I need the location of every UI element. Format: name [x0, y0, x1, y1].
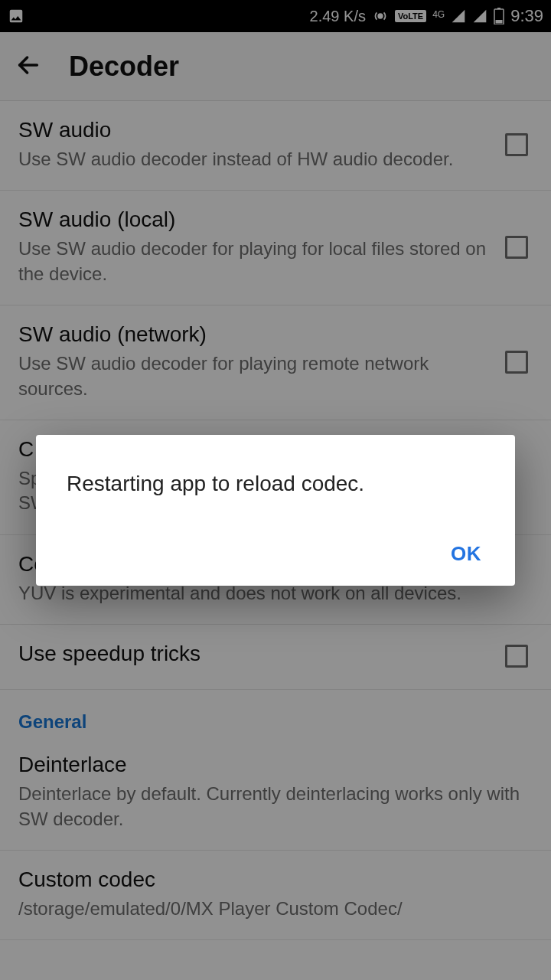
dialog-message: Restarting app to reload codec. — [67, 453, 500, 542]
restart-dialog: Restarting app to reload codec. OK — [36, 435, 515, 586]
ok-button[interactable]: OK — [451, 542, 481, 566]
